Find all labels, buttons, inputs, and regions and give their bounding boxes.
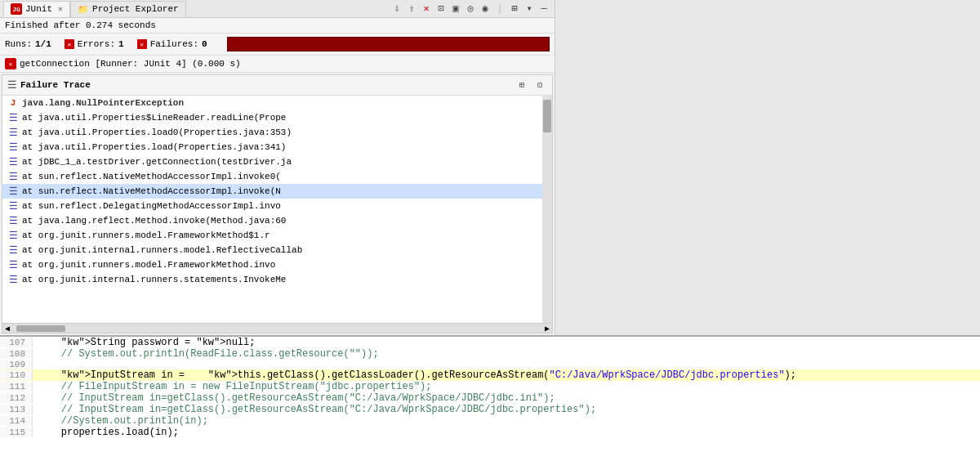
- stats-row: Runs: 1/1 ✕ Errors: 1 ✕ Failures: 0: [0, 34, 555, 56]
- trace-item[interactable]: ☰at jDBC_1_a.testDriver.getConnection(te…: [2, 154, 542, 169]
- trace-item-icon: ☰: [7, 200, 19, 212]
- hscroll-track[interactable]: [12, 325, 542, 332]
- progress-bar-container: [227, 37, 550, 51]
- tab-explorer[interactable]: 📁 Project Explorer: [70, 1, 186, 17]
- trace-item-icon: ☰: [7, 259, 19, 271]
- code-line: 115 properties.load(in);: [0, 427, 980, 438]
- trace-item[interactable]: ☰at java.util.Properties.load(Properties…: [2, 140, 542, 154]
- trace-item-text: at java.util.Properties.load(Properties.…: [22, 142, 286, 152]
- trace-item-icon: ☰: [7, 112, 19, 123]
- trace-more-btn[interactable]: ⊡: [532, 78, 547, 92]
- line-number: 115: [0, 427, 33, 437]
- hscroll-left[interactable]: ◀: [2, 324, 12, 333]
- failure-trace-title: Failure Trace: [20, 80, 511, 90]
- code-line: 111 // FileInputStream in = new FileInpu…: [0, 381, 980, 392]
- trace-item-text: at sun.reflect.NativeMethodAccessorImpl.…: [22, 172, 281, 181]
- trace-item[interactable]: ☰at sun.reflect.NativeMethodAccessorImpl…: [2, 169, 542, 184]
- trace-scrollbar[interactable]: [542, 96, 552, 323]
- trace-item-text: java.lang.NullPointerException: [22, 98, 184, 108]
- line-content: // InputStream in=getClass().getResource…: [33, 404, 596, 415]
- trace-item-text: at java.util.Properties.load0(Properties…: [22, 128, 292, 137]
- toolbar-up[interactable]: ⇧: [404, 2, 419, 16]
- trace-item-icon: ☰: [7, 156, 19, 168]
- status-line: Finished after 0.274 seconds: [0, 18, 555, 34]
- line-number: 108: [0, 349, 33, 359]
- toolbar-rerun[interactable]: ⊡: [434, 2, 448, 16]
- code-line: 114 //System.out.println(in);: [0, 415, 980, 427]
- toolbar-layout[interactable]: ⊞: [507, 2, 522, 16]
- failure-trace-section: ☰ Failure Trace ⊞ ⊡ Jjava.lang.NullPoint…: [2, 74, 553, 333]
- failures-icon: ✕: [137, 39, 147, 49]
- failures-value: 0: [202, 39, 207, 49]
- line-content: "kw">String password = "kw">null;: [33, 337, 255, 348]
- errors-stat: ✕ Errors: 1: [65, 39, 124, 49]
- line-number: 109: [0, 360, 33, 369]
- hscroll-thumb[interactable]: [16, 325, 65, 332]
- trace-item[interactable]: ☰at sun.reflect.DelegatingMethodAccessor…: [2, 199, 542, 213]
- toolbar-more[interactable]: ▾: [522, 2, 537, 16]
- trace-item-icon: ☰: [7, 171, 19, 182]
- folder-icon: 📁: [78, 3, 89, 15]
- line-number: 110: [0, 370, 33, 380]
- failures-label: Failures:: [150, 39, 198, 49]
- trace-item[interactable]: ☰at org.junit.runners.model.FrameworkMet…: [2, 257, 542, 272]
- code-line: 109: [0, 360, 980, 369]
- status-text: Finished after 0.274 seconds: [5, 20, 156, 30]
- trace-item-text: at org.junit.internal.runners.statements…: [22, 275, 286, 284]
- trace-item-icon: ☰: [7, 127, 19, 138]
- test-error-icon: ✕: [5, 58, 16, 69]
- trace-item-icon: ☰: [7, 230, 19, 241]
- toolbar-down[interactable]: ⇩: [390, 2, 404, 16]
- line-number: 111: [0, 382, 33, 392]
- junit-icon: Jü: [11, 3, 22, 15]
- code-line: 108 // System.out.println(ReadFile.class…: [0, 348, 980, 360]
- line-content: // System.out.println(ReadFile.class.get…: [33, 348, 379, 360]
- line-content: // InputStream in=getClass().getResource…: [33, 392, 555, 404]
- hscroll-right[interactable]: ▶: [542, 324, 552, 333]
- line-number: 107: [0, 338, 33, 347]
- trace-item[interactable]: ☰at java.lang.reflect.Method.invoke(Meth…: [2, 213, 542, 228]
- toolbar-stop[interactable]: ✕: [419, 2, 434, 16]
- right-empty-area: [555, 0, 980, 335]
- errors-icon: ✕: [65, 39, 74, 49]
- code-container: 107 "kw">String password = "kw">null;108…: [0, 337, 980, 438]
- tab-junit-close[interactable]: ✕: [58, 4, 63, 14]
- trace-item[interactable]: Jjava.lang.NullPointerException: [2, 96, 542, 110]
- test-result-row[interactable]: ✕ getConnection [Runner: JUnit 4] (0.000…: [0, 56, 555, 73]
- trace-scroll-thumb[interactable]: [543, 100, 551, 132]
- failures-stat: ✕ Failures: 0: [137, 39, 207, 49]
- trace-item[interactable]: ☰at sun.reflect.NativeMethodAccessorImpl…: [2, 184, 542, 199]
- code-panel: 107 "kw">String password = "kw">null;108…: [0, 335, 980, 461]
- trace-hscroll[interactable]: ◀ ▶: [2, 323, 552, 333]
- trace-item-icon: ☰: [7, 244, 19, 256]
- code-line: 113 // InputStream in=getClass().getReso…: [0, 404, 980, 415]
- toolbar-minimize[interactable]: —: [537, 2, 551, 16]
- test-result-name: getConnection [Runner: JUnit 4] (0.000 s…: [20, 59, 241, 69]
- trace-item[interactable]: ☰at org.junit.internal.runners.model.Ref…: [2, 243, 542, 257]
- line-content: properties.load(in);: [33, 427, 179, 438]
- tab-junit[interactable]: Jü JUnit ✕: [3, 1, 70, 17]
- main-layout: Jü JUnit ✕ 📁 Project Explorer ⇩ ⇧ ✕ ⊡ ▣ …: [0, 0, 980, 461]
- trace-item-text: at jDBC_1_a.testDriver.getConnection(tes…: [22, 157, 292, 167]
- trace-item-text: at java.lang.reflect.Method.invoke(Metho…: [22, 216, 286, 226]
- trace-item[interactable]: ☰at java.util.Properties$LineReader.read…: [2, 110, 542, 125]
- trace-layout-btn[interactable]: ⊞: [514, 78, 529, 92]
- trace-item[interactable]: ☰at org.junit.runners.model.FrameworkMet…: [2, 228, 542, 243]
- toolbar-history[interactable]: ◉: [478, 2, 492, 16]
- tab-bar: Jü JUnit ✕ 📁 Project Explorer ⇩ ⇧ ✕ ⊡ ▣ …: [0, 0, 555, 18]
- toolbar-coverage[interactable]: ◎: [463, 2, 478, 16]
- line-content: "kw">InputStream in = "kw">this.getClass…: [33, 369, 796, 381]
- trace-item-icon: ☰: [7, 186, 19, 197]
- line-number: 112: [0, 393, 33, 403]
- line-content: // FileInputStream in = new FileInputStr…: [33, 381, 431, 392]
- trace-list[interactable]: Jjava.lang.NullPointerException☰at java.…: [2, 96, 542, 323]
- trace-item[interactable]: ☰at java.util.Properties.load0(Propertie…: [2, 125, 542, 140]
- upper-area: Jü JUnit ✕ 📁 Project Explorer ⇩ ⇧ ✕ ⊡ ▣ …: [0, 0, 980, 335]
- junit-panel: Jü JUnit ✕ 📁 Project Explorer ⇩ ⇧ ✕ ⊡ ▣ …: [0, 0, 555, 335]
- trace-item-icon: ☰: [7, 141, 19, 153]
- trace-item[interactable]: ☰at org.junit.internal.runners.statement…: [2, 272, 542, 287]
- runs-label: Runs:: [5, 39, 32, 49]
- toolbar-debug[interactable]: ▣: [448, 2, 463, 16]
- trace-item-text: at sun.reflect.DelegatingMethodAccessorI…: [22, 201, 281, 211]
- line-content: //System.out.println(in);: [33, 415, 208, 427]
